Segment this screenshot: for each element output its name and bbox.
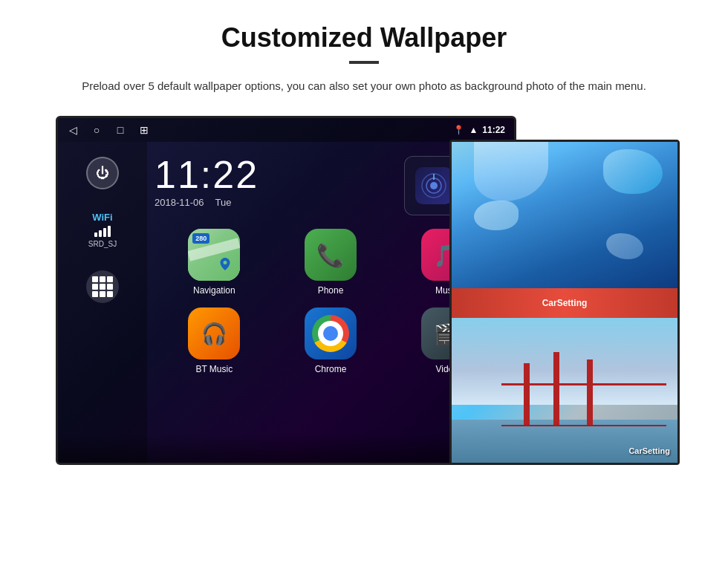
app-btmusic[interactable]: 🎧 BT Music [162, 307, 267, 374]
status-time: 11:22 [482, 125, 505, 135]
carsetting-bar: CarSetting [452, 288, 677, 318]
phone-handset-icon: 📞 [316, 242, 344, 268]
chrome-logo [312, 315, 349, 352]
wallpaper-preview-panel: CarSetting CarSetting [449, 140, 680, 465]
app-phone[interactable]: 📞 Phone [279, 229, 383, 296]
ice-cave-bg [452, 142, 677, 288]
grid-dot [92, 276, 98, 282]
status-bar: ◁ ○ □ ⊞ 📍 ▲ 11:22 [58, 118, 514, 142]
grid-dot [107, 284, 113, 290]
svg-point-2 [430, 182, 438, 189]
power-icon: ⏻ [96, 166, 109, 181]
phone-label: Phone [318, 285, 344, 296]
navigation-label: Navigation [193, 285, 235, 296]
bridge-tower-main [553, 352, 559, 426]
title-divider [349, 61, 379, 64]
grid-icon [92, 276, 113, 297]
navigation-icon: 280 [188, 229, 240, 281]
status-right: 📍 ▲ 11:22 [453, 125, 505, 135]
grid-dot [100, 276, 105, 282]
wifi-widget: WiFi SRD_SJ [88, 212, 117, 248]
wifi-status-icon: ▲ [469, 125, 478, 135]
page-description: Preload over 5 default wallpaper options… [82, 77, 646, 95]
home-icon[interactable]: ○ [91, 124, 103, 136]
ice-detail-3 [474, 201, 519, 230]
grid-dot [92, 284, 98, 290]
map-pin-icon [218, 256, 233, 275]
clock-day: Tue [215, 197, 232, 208]
grid-dot [107, 291, 113, 297]
wifi-bar-3 [103, 228, 106, 237]
wifi-label: WiFi [88, 212, 117, 223]
antenna-svg [420, 172, 447, 199]
wifi-bar-1 [94, 232, 97, 237]
android-screen: ◁ ○ □ ⊞ 📍 ▲ 11:22 [56, 116, 516, 465]
screen-content: ⏻ WiFi SRD_SJ [58, 142, 514, 463]
back-icon[interactable]: ◁ [67, 124, 79, 136]
location-icon: 📍 [453, 125, 464, 135]
bridge-tower-right [587, 359, 593, 426]
ice-detail-4 [606, 233, 643, 259]
chrome-icon [305, 307, 357, 359]
btmusic-label: BT Music [195, 364, 233, 374]
carsetting-bottom-label: CarSetting [628, 446, 670, 455]
bridge-tower-left [524, 363, 530, 426]
ice-detail-2 [474, 142, 548, 201]
wifi-bar-2 [99, 230, 102, 237]
wifi-signal-bars [88, 226, 117, 237]
clock-date: 2018-11-06 [155, 197, 204, 208]
clock-widget: 11:22 2018-11-06 Tue [155, 155, 395, 208]
phone-icon: 📞 [305, 229, 357, 281]
chrome-label: Chrome [315, 364, 347, 374]
grid-dot [100, 284, 105, 290]
wallpaper-preview-bridge: CarSetting [452, 318, 677, 463]
wifi-network-name: SRD_SJ [88, 240, 117, 248]
ice-detail-1 [603, 149, 663, 194]
left-sidebar: ⏻ WiFi SRD_SJ [58, 142, 147, 463]
grid-dot [100, 291, 105, 297]
grid-dot [92, 291, 98, 297]
app-chrome[interactable]: Chrome [279, 307, 383, 374]
wallpaper-preview-ice [452, 142, 677, 288]
app-drawer-button[interactable] [86, 270, 119, 303]
btmusic-icon: 🎧 [188, 307, 240, 359]
radio-icon [415, 167, 452, 204]
nav-icons: ◁ ○ □ ⊞ [67, 124, 150, 136]
device-mockup: ◁ ○ □ ⊞ 📍 ▲ 11:22 [56, 116, 672, 465]
bridge-main-cable [501, 383, 666, 385]
wifi-bar-4 [108, 226, 111, 237]
map-route-badge: 280 [192, 233, 209, 244]
recents-icon[interactable]: □ [114, 124, 126, 136]
grid-dot [107, 276, 113, 282]
bridge-deck [501, 425, 666, 426]
screen-bottom-overlay [58, 433, 514, 463]
bridge-scene [452, 318, 677, 463]
app-navigation[interactable]: 280 Navigation [162, 229, 267, 296]
bridge-sky [452, 318, 677, 405]
page-title: Customized Wallpaper [221, 22, 507, 53]
headphone-icon: 🎧 [201, 322, 227, 346]
power-button[interactable]: ⏻ [86, 157, 119, 189]
clock-time: 11:22 [155, 155, 395, 194]
camera-icon[interactable]: ⊞ [138, 124, 150, 136]
carsetting-label: CarSetting [542, 298, 588, 308]
